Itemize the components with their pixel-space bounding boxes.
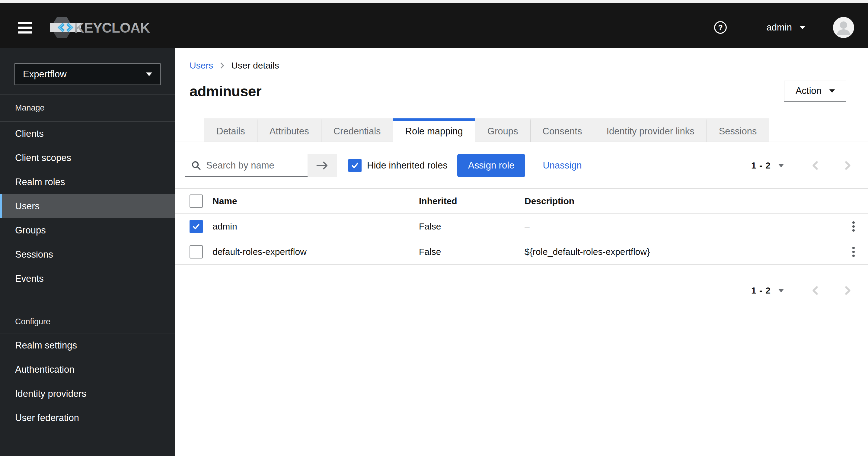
search-input[interactable]: [206, 160, 297, 171]
role-mapping-table: Name Inherited Description admin False –: [175, 189, 868, 264]
sidebar-item-groups[interactable]: Groups: [0, 218, 175, 243]
cell-inherited: False: [419, 247, 525, 257]
sidebar-item-users[interactable]: Users: [0, 194, 175, 218]
tab-sessions[interactable]: Sessions: [707, 118, 769, 142]
hide-inherited-label[interactable]: Hide inherited roles: [367, 160, 447, 171]
pagination-next-button[interactable]: [842, 285, 854, 296]
tab-label: Details: [216, 126, 245, 137]
avatar[interactable]: [833, 17, 854, 38]
caret-down-icon: [800, 26, 805, 29]
tab-consents[interactable]: Consents: [531, 118, 595, 142]
sidebar-item-label: Identity providers: [15, 388, 86, 399]
nav-section-label-manage: Manage: [0, 94, 175, 122]
sidebar-item-realm-roles[interactable]: Realm roles: [0, 170, 175, 194]
nav-section-gap: [0, 291, 175, 310]
keycloak-logo[interactable]: KEYCLOAK: [50, 15, 167, 40]
row-kebab-button[interactable]: [850, 243, 857, 261]
hamburger-icon: [18, 22, 32, 33]
breadcrumb: Users User details: [189, 60, 279, 71]
search-box: [185, 154, 308, 177]
tab-credentials[interactable]: Credentials: [321, 118, 393, 142]
page-title: adminuser: [189, 83, 261, 99]
masthead-right: ? admin: [712, 17, 854, 38]
nav-manage: Clients Client scopes Realm roles Users …: [0, 122, 175, 291]
tab-label: Groups: [488, 126, 518, 137]
sidebar-item-user-federation[interactable]: User federation: [0, 406, 175, 430]
tab-groups[interactable]: Groups: [475, 118, 531, 142]
kebab-icon: [852, 221, 855, 232]
cell-description: ${role_default-roles-expertflow}: [525, 247, 839, 257]
unassign-link[interactable]: Unassign: [542, 160, 582, 171]
nav-configure: Realm settings Authentication Identity p…: [0, 333, 175, 430]
sidebar-item-label: Sessions: [15, 249, 53, 260]
sidebar-item-label: Client scopes: [15, 152, 71, 163]
tab-attributes[interactable]: Attributes: [257, 118, 321, 142]
table-row: admin False –: [175, 214, 868, 239]
sidebar-item-identity-providers[interactable]: Identity providers: [0, 382, 175, 406]
main-content: Users User details adminuser Action Deta…: [175, 48, 868, 456]
pagination-range: 1 - 2: [751, 285, 771, 296]
search-icon: [191, 160, 201, 171]
sidebar-item-sessions[interactable]: Sessions: [0, 243, 175, 267]
search-submit-button[interactable]: [308, 154, 337, 177]
hide-inherited-checkbox[interactable]: [348, 159, 362, 172]
angle-right-icon: [844, 160, 852, 171]
realm-selector-block: Expertflow: [0, 48, 175, 94]
role-mapping-toolbar: Hide inherited roles Assign role Unassig…: [185, 154, 854, 177]
tab-label: Consents: [542, 126, 582, 137]
pagination-top: 1 - 2: [749, 160, 854, 171]
tab-label: Identity provider links: [606, 126, 694, 137]
action-dropdown-button[interactable]: Action: [784, 81, 846, 102]
nav-section-label-configure: Configure: [0, 310, 175, 333]
table-row: default-roles-expertflow False ${role_de…: [175, 239, 868, 264]
realm-selector[interactable]: Expertflow: [14, 63, 161, 85]
angle-right-icon: [844, 285, 852, 296]
pagination-menu-toggle[interactable]: 1 - 2: [749, 160, 786, 171]
question-circle-icon: ?: [713, 21, 727, 34]
sidebar-item-authentication[interactable]: Authentication: [0, 358, 175, 382]
nav-toggle-button[interactable]: [16, 20, 34, 35]
tab-label: Credentials: [334, 126, 381, 137]
sidebar-item-label: Clients: [15, 129, 44, 139]
caret-down-icon: [778, 164, 784, 167]
angle-right-icon: [220, 62, 224, 69]
sidebar-item-realm-settings[interactable]: Realm settings: [0, 333, 175, 358]
page-head: adminuser Action: [189, 79, 846, 103]
user-menu-label: admin: [767, 22, 792, 33]
sidebar-item-client-scopes[interactable]: Client scopes: [0, 146, 175, 170]
caret-down-icon: [829, 89, 835, 93]
sidebar-item-label: Users: [15, 201, 39, 212]
tab-role-mapping[interactable]: Role mapping: [393, 118, 475, 142]
sidebar-item-label: User federation: [15, 412, 79, 423]
keycloak-logo-icon: KEYCLOAK: [50, 15, 167, 40]
column-header-inherited: Inherited: [419, 196, 525, 206]
arrow-right-icon: [316, 161, 330, 170]
tab-identity-provider-links[interactable]: Identity provider links: [594, 118, 707, 142]
select-all-checkbox[interactable]: [189, 195, 203, 208]
user-menu[interactable]: admin: [765, 22, 807, 33]
cell-description: –: [525, 221, 839, 232]
pagination-next-button[interactable]: [842, 160, 854, 171]
sidebar-item-clients[interactable]: Clients: [0, 122, 175, 146]
sidebar-item-label: Authentication: [15, 364, 74, 375]
action-dropdown-label: Action: [796, 85, 822, 96]
check-icon: [192, 222, 200, 231]
sidebar-item-label: Groups: [15, 225, 46, 236]
tab-bar: Details Attributes Credentials Role mapp…: [175, 118, 868, 142]
kebab-icon: [852, 247, 855, 257]
row-kebab-button[interactable]: [850, 218, 857, 235]
brand-text: KEYCLOAK: [74, 20, 150, 36]
help-button[interactable]: ?: [712, 20, 729, 35]
assign-role-button[interactable]: Assign role: [457, 154, 525, 177]
masthead: KEYCLOAK ? admin: [0, 3, 868, 48]
caret-down-icon: [778, 289, 784, 292]
sidebar-item-label: Realm roles: [15, 177, 65, 188]
breadcrumb-link-users[interactable]: Users: [189, 60, 213, 71]
tab-details[interactable]: Details: [204, 118, 257, 142]
row-checkbox[interactable]: [189, 220, 203, 233]
row-checkbox[interactable]: [189, 245, 203, 258]
sidebar-item-events[interactable]: Events: [0, 267, 175, 291]
pagination-menu-toggle[interactable]: 1 - 2: [749, 285, 786, 296]
pagination-prev-button[interactable]: [809, 285, 821, 296]
pagination-prev-button[interactable]: [809, 160, 821, 171]
